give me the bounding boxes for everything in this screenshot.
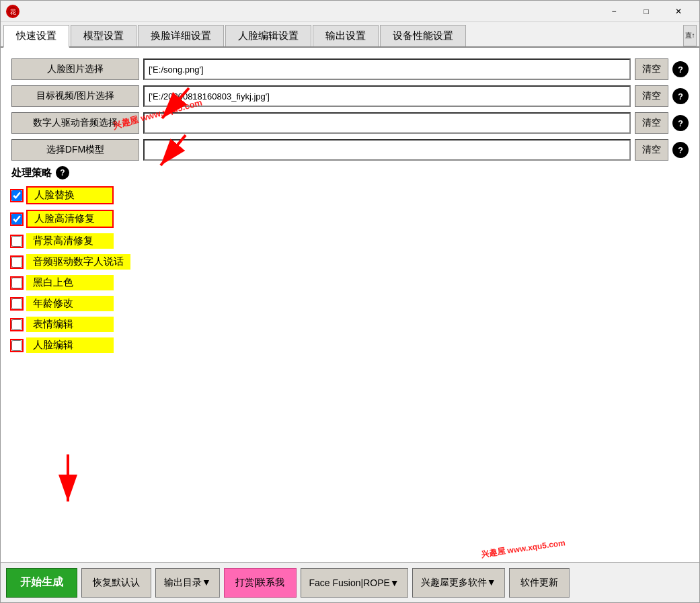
tab-bar: 快速设置 模型设置 换脸详细设置 人脸编辑设置 输出设置 设备性能设置 直↑ (1, 22, 699, 48)
main-window: 花 − □ ✕ 快速设置 模型设置 换脸详细设置 人脸编辑设置 输出设置 设备性… (0, 0, 700, 603)
title-bar: 花 − □ ✕ (1, 1, 699, 22)
checkbox-face-replace: 人脸替换 (11, 186, 689, 204)
face-fusion-button[interactable]: Face Fusion|ROPE▼ (301, 568, 408, 598)
tab-model-settings[interactable]: 模型设置 (71, 25, 137, 46)
more-software-button[interactable]: 兴趣屋更多软件▼ (412, 568, 505, 598)
bg-hd-repair-label: 背景高清修复 (26, 233, 114, 249)
dfm-model-select-button[interactable]: 选择DFM模型 (11, 139, 139, 161)
target-video-input[interactable] (143, 85, 631, 107)
checkbox-audio-digital: 音频驱动数字人说话 (11, 254, 689, 270)
tab-faceswap-settings[interactable]: 换脸详细设置 (138, 25, 224, 46)
audio-digital-checkbox[interactable] (11, 257, 22, 268)
face-edit-label: 人脸编辑 (26, 337, 114, 353)
checkbox-bw-colorize: 黑白上色 (11, 275, 689, 290)
target-video-clear-button[interactable]: 清空 (635, 85, 668, 107)
app-icon: 花 (6, 5, 20, 18)
checkbox-face-edit: 人脸编辑 (11, 337, 689, 353)
update-button[interactable]: 软件更新 (509, 568, 570, 598)
dfm-model-help-button[interactable]: ? (672, 142, 689, 158)
checkbox-age-modify: 年龄修改 (11, 296, 689, 311)
tab-quick-settings[interactable]: 快速设置 (3, 25, 69, 48)
dfm-model-clear-button[interactable]: 清空 (635, 139, 668, 161)
audio-digital-label: 音频驱动数字人说话 (26, 254, 130, 270)
maximize-button[interactable]: □ (631, 2, 662, 21)
bottom-bar: 开始生成 恢复默认认 输出目录▼ 打赏|联系我 Face Fusion|ROPE… (1, 562, 699, 602)
digital-audio-clear-button[interactable]: 清空 (635, 112, 668, 134)
minimize-button[interactable]: − (598, 2, 629, 21)
face-replace-label: 人脸替换 (26, 186, 114, 204)
checkbox-face-hd-repair: 人脸高清修复 (11, 210, 689, 228)
dfm-model-input[interactable] (143, 139, 631, 161)
digital-audio-help-button[interactable]: ? (672, 115, 689, 131)
title-bar-left: 花 (6, 5, 20, 18)
age-modify-label: 年龄修改 (26, 296, 114, 311)
expression-edit-label: 表情编辑 (26, 317, 114, 332)
restore-default-button[interactable]: 恢复默认认 (81, 568, 151, 598)
digital-audio-select-button[interactable]: 数字人驱动音频选择 (11, 112, 139, 134)
age-modify-checkbox[interactable] (11, 298, 22, 309)
start-generate-button[interactable]: 开始生成 (6, 568, 77, 598)
bw-colorize-label: 黑白上色 (26, 275, 114, 290)
output-dir-button[interactable]: 输出目录▼ (155, 568, 220, 598)
main-content: 兴趣屋 www.xqu5.com 人脸图片选择 清空 ? 目标视频/图片选择 清… (1, 48, 699, 562)
face-image-select-button[interactable]: 人脸图片选择 (11, 58, 139, 80)
face-hd-repair-checkbox[interactable] (11, 214, 22, 225)
face-image-help-button[interactable]: ? (672, 61, 689, 77)
target-video-select-button[interactable]: 目标视频/图片选择 (11, 85, 139, 107)
face-image-input[interactable] (143, 58, 631, 80)
target-video-row: 目标视频/图片选择 清空 ? (11, 85, 689, 107)
checkbox-bg-hd-repair: 背景高清修复 (11, 233, 689, 249)
face-image-clear-button[interactable]: 清空 (635, 58, 668, 80)
bw-colorize-checkbox[interactable] (11, 278, 22, 288)
expression-edit-checkbox[interactable] (11, 319, 22, 330)
reward-button[interactable]: 打赏|联系我 (224, 568, 297, 598)
close-button[interactable]: ✕ (663, 2, 694, 21)
svg-text:花: 花 (10, 9, 16, 15)
target-video-help-button[interactable]: ? (672, 88, 689, 104)
arrow-start-button (41, 448, 95, 515)
tab-faceedit-settings[interactable]: 人脸编辑设置 (225, 25, 311, 46)
digital-audio-input[interactable] (143, 112, 631, 134)
face-image-row: 人脸图片选择 清空 ? (11, 58, 689, 80)
strategy-help-button[interactable]: ? (56, 166, 69, 179)
face-hd-repair-label: 人脸高清修复 (26, 210, 114, 228)
face-edit-checkbox[interactable] (11, 340, 22, 351)
title-bar-controls: − □ ✕ (598, 2, 694, 21)
checkbox-expression-edit: 表情编辑 (11, 317, 689, 332)
bg-hd-repair-checkbox[interactable] (11, 236, 22, 247)
digital-audio-row: 数字人驱动音频选择 清空 ? (11, 112, 689, 134)
dfm-model-row: 选择DFM模型 清空 ? (11, 139, 689, 161)
tab-scroll-right[interactable]: 直↑ (683, 25, 697, 46)
tab-output-settings[interactable]: 输出设置 (313, 25, 379, 46)
tab-device-settings[interactable]: 设备性能设置 (380, 25, 466, 46)
face-replace-checkbox[interactable] (11, 190, 22, 201)
processing-strategy-title: 处理策略 ? (11, 166, 689, 179)
